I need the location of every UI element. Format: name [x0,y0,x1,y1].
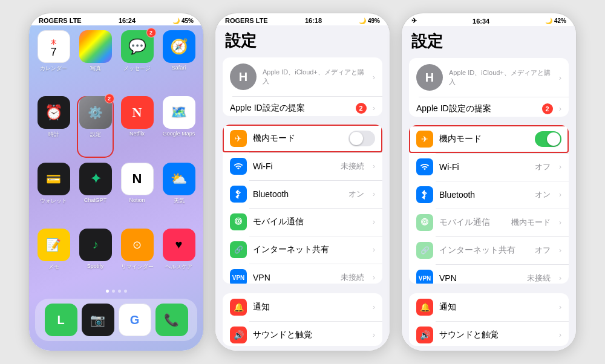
suggestion-badge-3: 2 [542,103,553,114]
mobile-icon-3 [416,214,433,231]
notify-icon-2: 🔔 [230,299,247,316]
phone-settings-on: ✈ 16:34 🌙 42% 設定 H Apple ID、iCloud+、メディア… [401,13,577,351]
dock: L 📷 G 📞 [35,299,197,341]
svg-point-2 [238,221,240,223]
row-value: オフ [535,161,551,172]
bluetooth-icon-2 [230,186,247,203]
airplane-toggle-2[interactable] [348,131,375,146]
app-settings[interactable]: ⚙️ 2 設定 [77,96,114,157]
app-health[interactable]: ♥ ヘルスケア [160,229,197,290]
app-netflix[interactable]: N Netflix [119,96,155,157]
settings-row-airplane-2[interactable]: ✈ 機内モード [223,125,382,152]
app-label: 写真 [90,65,101,73]
app-spotify[interactable]: ♪ Spotify [77,229,114,290]
app-chatgpt[interactable]: ✦ ChatGPT [77,163,114,224]
bluetooth-icon-3 [416,186,433,203]
dock-camera[interactable]: 📷 [82,304,114,336]
row-value: オン [348,189,364,200]
app-wallet[interactable]: 💳 ウォレット [35,163,72,224]
row-label: インターネット共有 [439,245,529,256]
settings-row-hotspot-2[interactable]: 🔗 インターネット共有 › [223,236,382,264]
apple-id-row-2[interactable]: H Apple ID、iCloud+、メディアと購入 › [223,57,382,96]
app-label: Netflix [129,131,145,137]
app-clock[interactable]: ⏰ 時計 [35,96,72,157]
badge: 2 [146,28,156,37]
chevron-icon: › [559,246,561,255]
wifi-icon-2 [230,158,247,175]
app-weather[interactable]: ⛅ 天気 [160,163,197,224]
chevron-icon: › [373,273,375,282]
hotspot-icon-2: 🔗 [230,241,247,258]
settings-list-2: ✈ 機内モード Wi-Fi 未接続 › [223,125,382,283]
suggestion-row-2[interactable]: Apple ID設定の提案 2 › [223,97,382,117]
settings-row-sound-3[interactable]: 🔊 サウンドと触覚 › [409,321,569,346]
app-maps[interactable]: 🗺️ Google Maps [160,96,197,157]
status-bar-3: ✈ 16:34 🌙 42% [402,13,576,26]
settings-row-bluetooth-2[interactable]: Bluetooth オン › [223,180,382,208]
settings-row-bluetooth-3[interactable]: Bluetooth オン › [409,181,569,209]
avatar-2: H [230,63,257,90]
chevron-icon: › [559,104,561,113]
dock-line[interactable]: L [45,304,77,336]
row-label: 機内モード [439,134,529,145]
battery-2: 🌙 49% [359,18,380,24]
row-label: Wi-Fi [253,161,335,171]
settings-row-sound-2[interactable]: 🔊 サウンドと触覚 › [223,321,382,346]
time-3: 16:34 [473,18,489,25]
app-label: Google Maps [163,131,195,137]
settings-title-2: 設定 [215,25,390,54]
dot [124,290,127,293]
carrier-3: ✈ [411,17,417,25]
settings-row-mobile-3[interactable]: モバイル通信 機内モード › [409,209,569,236]
app-notion[interactable]: N Notion [119,163,155,224]
row-label: モバイル通信 [439,217,505,228]
settings-row-hotspot-3[interactable]: 🔗 インターネット共有 オフ › [409,236,569,264]
settings-row-wifi-3[interactable]: Wi-Fi オフ › [409,153,569,181]
settings-row-vpn-2[interactable]: VPN VPN 未接続 › [223,264,382,283]
row-value: オン [535,189,551,200]
app-memo[interactable]: 📝 メモ [35,229,72,290]
app-label: メモ [48,263,59,271]
app-calendar[interactable]: 木 7 カレンダー [35,30,72,91]
settings-row-wifi-2[interactable]: Wi-Fi 未接続 › [223,152,382,180]
dot [106,290,109,293]
airplane-icon-3: ✈ [416,131,433,148]
phone-home: ROGERS LTE 16:24 🌙 45% 木 7 カレンダー 写真 💬 2 [28,13,204,351]
app-label: 設定 [90,131,101,138]
app-safari[interactable]: 🧭 Safari [160,30,197,91]
settings-row-mobile-2[interactable]: モバイル通信 › [223,208,382,236]
row-label: インターネット共有 [253,244,367,255]
settings-list-bottom-3: 🔔 通知 › 🔊 サウンドと触覚 › [409,293,569,346]
notify-icon-3: 🔔 [416,299,433,316]
app-photos[interactable]: 写真 [77,30,114,91]
app-reminders[interactable]: ⊙ リマインダー [119,229,155,290]
settings-list-3: ✈ 機内モード Wi-Fi オフ › [409,125,569,284]
app-label: 天気 [174,197,185,205]
row-value: 未接続 [527,273,551,284]
dot [118,290,121,293]
settings-row-notify-2[interactable]: 🔔 通知 › [223,293,382,321]
svg-point-5 [424,221,426,223]
suggestion-row-3[interactable]: Apple ID設定の提案 2 › [409,97,569,117]
row-label: VPN [439,273,521,283]
row-label: Bluetooth [439,190,529,200]
app-messages[interactable]: 💬 2 メッセージ [119,30,155,91]
carrier-1: ROGERS LTE [39,17,82,24]
apple-id-row-3[interactable]: H Apple ID、iCloud+、メディアと購入 › [409,58,569,97]
app-label: Spotify [87,263,104,269]
chevron-icon: › [559,73,561,82]
settings-row-airplane-3[interactable]: ✈ 機内モード [409,125,569,153]
settings-title-3: 設定 [402,26,576,54]
chevron-icon: › [373,303,375,311]
row-label: サウンドと触覚 [253,330,367,340]
airplane-toggle-3[interactable] [535,131,561,147]
home-screen: 木 7 カレンダー 写真 💬 2 メッセージ 🧭 Safari [29,25,203,351]
dock-phone[interactable]: 📞 [155,304,188,336]
settings-row-notify-3[interactable]: 🔔 通知 › [409,293,569,321]
apple-id-sub-2: Apple ID、iCloud+、メディアと購入 [263,68,367,86]
settings-row-vpn-3[interactable]: VPN VPN 未接続 › [409,264,569,284]
status-bar-2: ROGERS LTE 16:18 🌙 49% [215,13,390,25]
hotspot-icon-3: 🔗 [416,242,433,259]
settings-screen-3: 設定 H Apple ID、iCloud+、メディアと購入 › Apple ID… [402,26,576,351]
dock-google[interactable]: G [119,304,151,336]
